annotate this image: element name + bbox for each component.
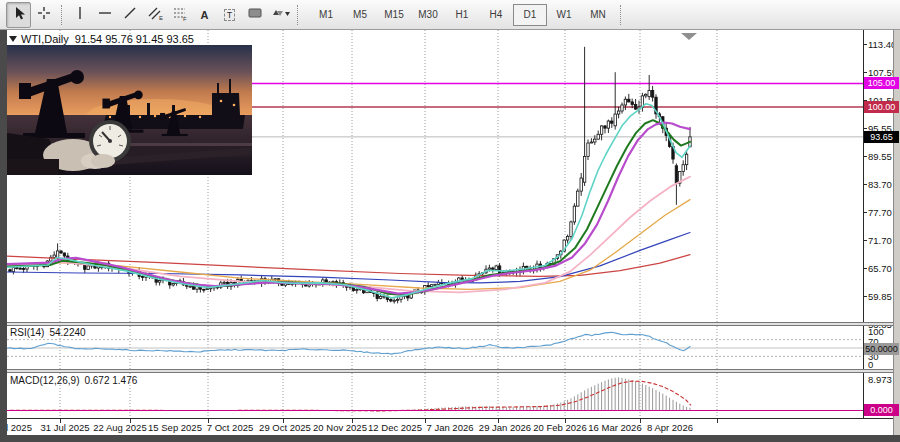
price-axis-label: 83.70 — [868, 179, 892, 190]
text-tool-icon: A — [201, 9, 209, 21]
timeframe-button-m5[interactable]: M5 — [343, 4, 377, 26]
date-label: 8 Apr 2026 — [647, 422, 693, 433]
symbol-timeframe-label: WTI,Daily — [21, 33, 69, 45]
month-tick — [352, 419, 353, 423]
date-label: 7 Jan 2026 — [426, 422, 473, 433]
month-tick — [565, 419, 566, 423]
panel-splitter-macd[interactable] — [0, 369, 893, 373]
price-axis-tick — [863, 240, 867, 241]
price-axis-tick — [863, 156, 867, 157]
date-label: 31 Jul 2025 — [40, 422, 89, 433]
date-label: 29 Jan 2026 — [479, 422, 531, 433]
time-scale[interactable]: 9 Jul 202531 Jul 202522 Aug 202515 Sep 2… — [0, 418, 893, 435]
trendline-tool-button[interactable] — [117, 2, 142, 28]
ohlc-values: 91.54 95.76 91.45 93.65 — [75, 33, 194, 45]
equidistant-channel-icon: E — [147, 5, 163, 25]
cursor-icon — [11, 5, 27, 25]
price-axis-tick — [863, 128, 867, 129]
rsi-value: 54.2240 — [49, 327, 85, 338]
cursor-tool-button[interactable] — [6, 2, 31, 28]
timeframe-button-d1[interactable]: D1 — [513, 4, 547, 26]
timeframe-button-m30[interactable]: M30 — [411, 4, 445, 26]
price-level-badge: 105.00 — [864, 77, 899, 89]
arrows-dropdown-icon — [269, 5, 291, 25]
rectangle-tool-button[interactable] — [242, 2, 267, 28]
price-axis-label: 89.55 — [868, 151, 892, 162]
price-axis-label: 59.85 — [868, 291, 892, 302]
month-tick — [283, 419, 284, 423]
oil-industry-photo — [7, 45, 252, 175]
rsi-label: RSI(14)54.2240 — [10, 327, 86, 338]
text-label-icon: T — [224, 9, 236, 21]
timeframe-button-w1[interactable]: W1 — [547, 4, 581, 26]
trading-platform-window: E F A T M1M5M15M30H1H4D1W1MN — [0, 0, 900, 442]
price-axis-tick — [863, 184, 867, 185]
vertical-line-tool-button[interactable] — [67, 2, 92, 28]
timeframe-button-mn[interactable]: MN — [581, 4, 615, 26]
window-frame-bottom — [0, 435, 900, 442]
horizontal-line-icon — [97, 5, 113, 25]
fibonacci-tool-button[interactable]: F — [167, 2, 192, 28]
date-label: 20 Feb 2026 — [533, 422, 586, 433]
text-label-tool-button[interactable]: T — [217, 2, 242, 28]
window-frame-left — [0, 30, 7, 435]
horizontal-line-tool-button[interactable] — [92, 2, 117, 28]
rsi-level-badge: 50.0000 — [864, 343, 899, 355]
svg-text:E: E — [159, 15, 163, 21]
timeframe-button-m1[interactable]: M1 — [309, 4, 343, 26]
panel-splitter-rsi[interactable] — [0, 322, 893, 326]
toolbar-separator — [61, 5, 62, 25]
month-tick — [60, 419, 61, 423]
macd-scale-label: 8.973 — [868, 374, 892, 385]
toolbar: E F A T M1M5M15M30H1H4D1W1MN — [0, 0, 900, 30]
trendline-icon — [122, 5, 138, 25]
month-tick — [425, 419, 426, 423]
price-axis-label: 71.70 — [868, 235, 892, 246]
date-label: 16 Mar 2026 — [588, 422, 641, 433]
date-label: 22 Aug 2025 — [93, 422, 146, 433]
price-axis-tick — [863, 296, 867, 297]
rectangle-icon — [247, 5, 263, 25]
price-axis-label: 77.70 — [868, 207, 892, 218]
timeframe-button-m15[interactable]: M15 — [377, 4, 411, 26]
price-axis-tick — [863, 268, 867, 269]
fibonacci-icon: F — [172, 5, 188, 25]
toolbar-separator — [620, 5, 621, 25]
timeframe-button-h1[interactable]: H1 — [445, 4, 479, 26]
timeframe-button-h4[interactable]: H4 — [479, 4, 513, 26]
macd-values: 0.672 1.476 — [84, 375, 137, 386]
price-axis-label: 65.70 — [868, 263, 892, 274]
vertical-line-icon — [72, 5, 88, 25]
month-tick — [130, 419, 131, 423]
date-label: 12 Dec 2025 — [368, 422, 422, 433]
month-tick — [498, 419, 499, 423]
date-label: 7 Oct 2025 — [207, 422, 253, 433]
price-axis-tick — [863, 72, 867, 73]
text-tool-button[interactable]: A — [192, 2, 217, 28]
price-axis-tick — [863, 212, 867, 213]
macd-label: MACD(12,26,9)0.672 1.476 — [10, 375, 137, 386]
arrows-tool-button[interactable] — [267, 2, 292, 28]
svg-text:F: F — [183, 16, 187, 21]
price-axis-tick — [863, 44, 867, 45]
crosshair-icon — [36, 5, 52, 25]
equidistant-channel-tool-button[interactable]: E — [142, 2, 167, 28]
price-level-badge: 93.65 — [864, 131, 899, 143]
crosshair-tool-button[interactable] — [31, 2, 56, 28]
toolbar-separator — [297, 5, 298, 25]
right-scroll-strip — [893, 30, 900, 435]
symbol-dropdown-icon — [9, 36, 17, 42]
month-tick — [640, 419, 641, 423]
date-label: 20 Nov 2025 — [313, 422, 367, 433]
date-label: 15 Sep 2025 — [148, 422, 202, 433]
timeframe-bar: M1M5M15M30H1H4D1W1MN — [309, 4, 615, 26]
date-label: 29 Oct 2025 — [259, 422, 311, 433]
macd-zero-badge: 0.000 — [864, 404, 899, 416]
price-level-badge: 100.00 — [864, 101, 899, 113]
month-tick — [717, 419, 718, 423]
rsi-indicator-canvas[interactable] — [7, 326, 863, 369]
chart-title[interactable]: WTI,Daily 91.54 95.76 91.45 93.65 — [9, 33, 194, 45]
month-tick — [208, 419, 209, 423]
